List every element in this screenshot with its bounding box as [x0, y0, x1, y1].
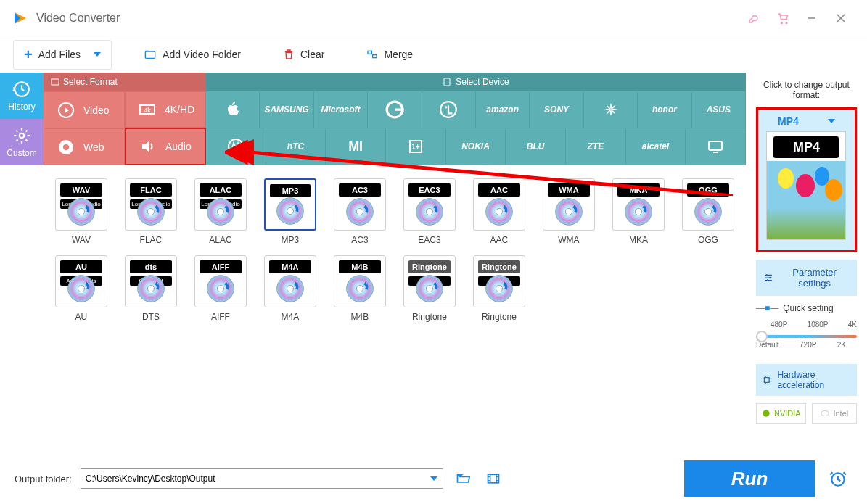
- brand-tv[interactable]: [686, 128, 746, 165]
- output-format-box[interactable]: MP4 MP4: [756, 107, 857, 252]
- format-wav-0[interactable]: WAVLossless AudioWAV: [49, 178, 113, 245]
- video-label: Video: [83, 104, 110, 116]
- svg-point-23: [78, 208, 84, 215]
- brand-samsung[interactable]: SAMSUNG: [260, 91, 313, 128]
- svg-point-39: [635, 208, 641, 215]
- quality-slider[interactable]: 480P 1080P 4K Default 720P 2K: [756, 321, 857, 357]
- format-aiff-12[interactable]: AIFFAIFF: [189, 255, 252, 322]
- format-ringtone-15[interactable]: Ringtone🍎Ringtone: [398, 255, 461, 322]
- format-eac3-5[interactable]: EAC3EAC3: [398, 178, 461, 245]
- key-icon[interactable]: [739, 4, 768, 33]
- svg-point-56: [766, 274, 768, 276]
- custom-tab[interactable]: Custom: [0, 119, 44, 165]
- add-files-label: Add Files: [38, 49, 81, 60]
- svg-rect-62: [488, 474, 498, 483]
- svg-point-7: [20, 133, 25, 139]
- brand-mi[interactable]: MI: [326, 128, 386, 165]
- format-mp3-3[interactable]: MP3MP3: [258, 178, 322, 245]
- format-m4a-13[interactable]: M4AM4A: [258, 255, 322, 322]
- merge-icon: [366, 49, 378, 60]
- format-ringtone-16[interactable]: Ringtone🤖Ringtone: [467, 255, 531, 322]
- format-video[interactable]: Video: [44, 91, 125, 128]
- svg-rect-14: [444, 78, 450, 86]
- format-mka-8[interactable]: MKAMKA: [607, 178, 670, 245]
- brand-htc[interactable]: hTC: [266, 128, 326, 165]
- run-button[interactable]: Run: [684, 460, 815, 497]
- format-audio[interactable]: Audio: [125, 128, 206, 165]
- app-logo-icon: [12, 9, 29, 27]
- svg-point-17: [445, 106, 447, 108]
- select-device-header: Select Device: [206, 73, 746, 91]
- svg-point-60: [763, 410, 769, 416]
- brand-nokia[interactable]: NOKIA: [446, 128, 506, 165]
- open-folder-button[interactable]: [452, 468, 474, 489]
- svg-point-51: [356, 285, 363, 292]
- minimize-button[interactable]: [797, 4, 826, 33]
- parameter-settings-button[interactable]: Parameter settings: [756, 260, 857, 296]
- alarm-button[interactable]: [823, 464, 852, 493]
- chevron-down-icon: [828, 119, 835, 123]
- format-m4b-14[interactable]: M4BM4B: [328, 255, 392, 322]
- intel-button[interactable]: Intel: [812, 403, 857, 424]
- chrome-icon: [57, 139, 75, 156]
- output-folder-input[interactable]: [81, 468, 443, 489]
- brand-microsoft[interactable]: Microsoft: [314, 91, 368, 128]
- brand-alcatel[interactable]: alcatel: [626, 128, 686, 165]
- format-flac-1[interactable]: FLACLossless AudioFLAC: [119, 178, 183, 245]
- format-ogg-9[interactable]: OGGOGG: [676, 178, 740, 245]
- svg-point-31: [356, 208, 363, 215]
- history-tab[interactable]: History: [0, 73, 44, 119]
- svg-point-37: [565, 208, 572, 215]
- nvidia-button[interactable]: NVIDIA: [756, 403, 806, 424]
- titlebar: Video Converter: [0, 0, 867, 36]
- nvidia-icon: [761, 408, 771, 418]
- cart-icon[interactable]: [768, 4, 797, 33]
- brand-lg[interactable]: [422, 91, 476, 128]
- brand-huawei[interactable]: [584, 91, 638, 128]
- app-title: Video Converter: [36, 12, 120, 25]
- brand-oneplus[interactable]: 1+: [386, 128, 446, 165]
- right-panel: Click to change output format: MP4 MP4 P…: [746, 73, 867, 439]
- bottom-bar: Output folder: Run: [0, 453, 867, 504]
- brand-amazon[interactable]: amazon: [476, 91, 530, 128]
- brand-g[interactable]: [368, 91, 422, 128]
- brand-apple[interactable]: [206, 91, 260, 128]
- brand-zte[interactable]: ZTE: [566, 128, 626, 165]
- merge-button[interactable]: Merge: [356, 43, 423, 66]
- format-dts-11[interactable]: dtsSurroundDTS: [119, 255, 183, 322]
- add-video-folder-button[interactable]: Add Video Folder: [133, 43, 251, 66]
- history-icon: [12, 80, 31, 99]
- format-wma-7[interactable]: WMAWMA: [537, 178, 601, 245]
- format-grid: WAVLossless AudioWAVFLACLossless AudioFL…: [44, 165, 746, 335]
- format-au-10[interactable]: AUAudio UnitsAU: [49, 255, 113, 322]
- chevron-down-icon[interactable]: [430, 476, 437, 481]
- brand-blu[interactable]: BLU: [506, 128, 566, 165]
- brand-sony[interactable]: SONY: [530, 91, 583, 128]
- play-icon: [57, 102, 75, 119]
- close-button[interactable]: [826, 4, 855, 33]
- output-format-title: MP4: [778, 115, 799, 127]
- svg-point-35: [496, 208, 502, 215]
- parameter-settings-label: Parameter settings: [779, 267, 850, 289]
- format-ac3-4[interactable]: AC3AC3: [328, 178, 392, 245]
- folder-plus-icon: [144, 49, 157, 60]
- format-web[interactable]: Web: [44, 128, 125, 165]
- custom-label: Custom: [7, 148, 36, 158]
- format-alac-2[interactable]: ALACLossless AudioALAC: [189, 178, 252, 245]
- format-header-icon: [51, 78, 59, 86]
- hardware-acceleration[interactable]: Hardware acceleration: [756, 364, 857, 396]
- format-4khd[interactable]: 4k 4K/HD: [125, 91, 206, 128]
- format-aac-6[interactable]: AACAAC: [467, 178, 531, 245]
- add-files-button[interactable]: + Add Files: [13, 40, 112, 70]
- alarm-icon: [829, 469, 847, 488]
- brand-honor[interactable]: honor: [638, 91, 691, 128]
- film-folder-button[interactable]: [482, 468, 504, 489]
- brand-motorola[interactable]: [206, 128, 266, 165]
- svg-rect-4: [368, 51, 371, 54]
- clear-button[interactable]: Clear: [273, 43, 334, 66]
- change-format-label: Click to change output format:: [756, 80, 857, 100]
- left-tabs: History Custom: [0, 73, 44, 439]
- svg-text:1+: 1+: [411, 143, 420, 151]
- folder-open-icon: [454, 471, 472, 486]
- brand-asus[interactable]: ASUS: [692, 91, 746, 128]
